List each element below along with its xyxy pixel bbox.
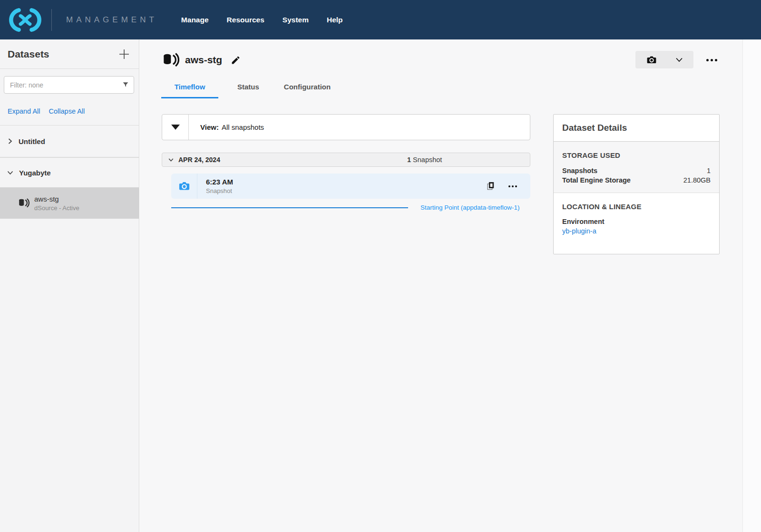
datasets-sidebar: Datasets Expand All Collapse All Untitle… (0, 39, 139, 532)
edit-name-button[interactable] (231, 55, 241, 65)
location-lineage-section: LOCATION & LINEAGE Environment yb-plugin… (554, 193, 719, 254)
snapshot-group-header[interactable]: APR 24, 2024 1 Snapshot (162, 153, 530, 167)
tab-status[interactable]: Status (232, 79, 265, 98)
group-date: APR 24, 2024 (178, 156, 220, 164)
nav-divider (51, 9, 52, 31)
dataset-filter-input[interactable] (4, 76, 134, 94)
brand-text: MANAGEMENT (66, 15, 157, 25)
group-snapshot-count: 1 Snapshot (407, 156, 442, 164)
view-selector-toggle[interactable] (162, 115, 189, 140)
more-options-button[interactable] (702, 54, 721, 66)
nav-item-resources[interactable]: Resources (227, 16, 264, 24)
storage-rows: Snapshots 1 Total Engine Storage 21.80GB (562, 166, 711, 185)
view-text: View: All snapshots (189, 115, 264, 140)
snapshot-more-options-button[interactable] (508, 185, 517, 187)
sidebar-header: Datasets (0, 39, 139, 69)
page-title: aws-stg (185, 54, 222, 66)
location-lineage-heading: LOCATION & LINEAGE (562, 203, 711, 211)
dataset-tabs: Timeflow Status Configuration (161, 79, 336, 98)
snapshot-actions (486, 174, 530, 199)
triangle-down-icon (171, 125, 180, 130)
snapshot-camera-icon (178, 180, 191, 193)
top-navigation-bar: MANAGEMENT Manage Resources System Help (0, 0, 761, 39)
pencil-icon (231, 55, 241, 65)
chevron-right-icon (7, 138, 13, 145)
nav-item-help[interactable]: Help (327, 16, 343, 24)
collapse-all-link[interactable]: Collapse All (49, 107, 85, 115)
expand-all-link[interactable]: Expand All (8, 107, 40, 115)
ellipsis-icon (706, 59, 709, 61)
details-header: Dataset Details (554, 115, 719, 142)
storage-row-snapshots: Snapshots 1 (562, 166, 711, 175)
sidebar-item-aws-stg[interactable]: aws-stg dSource - Active (0, 187, 139, 219)
main-content: aws-stg Timeflow Status Configuration (140, 39, 761, 532)
tab-timeflow[interactable]: Timeflow (161, 79, 218, 98)
snapshot-time: 6:23 AM (206, 178, 486, 186)
ellipsis-icon (508, 185, 510, 187)
timeline-row: Starting Point (appdata-timeflow-1) (171, 204, 530, 211)
view-selector[interactable]: View: All snapshots (162, 114, 530, 140)
plus-icon (118, 48, 130, 60)
dataset-subtitle: dSource - Active (34, 204, 79, 212)
group-label: Yugabyte (19, 169, 51, 177)
environment-label: Environment (562, 218, 711, 225)
chevron-down-icon (7, 169, 14, 176)
timeline-line (171, 207, 408, 208)
chevron-down-icon (168, 157, 174, 163)
camera-icon (646, 54, 657, 66)
dataset-details-panel: Dataset Details STORAGE USED Snapshots 1… (553, 114, 720, 254)
view-value: All snapshots (222, 123, 264, 131)
filter-field-wrap (4, 76, 134, 94)
tab-configuration[interactable]: Configuration (278, 79, 336, 98)
filter-funnel-icon[interactable] (122, 81, 129, 90)
add-dataset-button[interactable] (117, 47, 131, 61)
sidebar-links: Expand All Collapse All (8, 107, 131, 115)
nav-item-system[interactable]: System (283, 16, 309, 24)
storage-used-heading: STORAGE USED (562, 151, 711, 159)
snapshot-row[interactable]: 6:23 AM Snapshot (171, 174, 530, 199)
copy-icon (486, 181, 495, 191)
group-label: Untitled (19, 137, 45, 145)
snapshot-action-button[interactable] (635, 51, 693, 68)
dsource-icon (18, 197, 29, 209)
dataset-name: aws-stg (34, 195, 79, 203)
nav-links: Manage Resources System Help (181, 16, 343, 24)
environment-link[interactable]: yb-plugin-a (562, 227, 711, 246)
tree-item-texts: aws-stg dSource - Active (34, 195, 79, 212)
dataset-title-row: aws-stg (162, 51, 241, 68)
chevron-down-icon (675, 57, 683, 63)
storage-used-section: STORAGE USED Snapshots 1 Total Engine St… (554, 142, 719, 193)
dsource-icon (162, 51, 179, 68)
delphix-logo-icon[interactable] (7, 7, 44, 33)
copy-timeflow-button[interactable] (486, 181, 495, 191)
nav-item-manage[interactable]: Manage (181, 16, 209, 24)
sidebar-title: Datasets (8, 48, 49, 60)
details-title: Dataset Details (562, 123, 627, 133)
scrollbar-gutter[interactable] (742, 39, 761, 532)
storage-row-total-engine: Total Engine Storage 21.80GB (562, 175, 711, 185)
starting-point-link[interactable]: Starting Point (appdata-timeflow-1) (420, 204, 520, 211)
sidebar-group-untitled[interactable]: Untitled (0, 125, 139, 157)
snapshot-texts: 6:23 AM Snapshot (197, 174, 486, 199)
snapshot-type: Snapshot (206, 187, 486, 194)
view-label: View: (200, 123, 219, 131)
sidebar-group-yugabyte[interactable]: Yugabyte (0, 157, 139, 187)
snapshot-camera-cell (171, 174, 197, 199)
